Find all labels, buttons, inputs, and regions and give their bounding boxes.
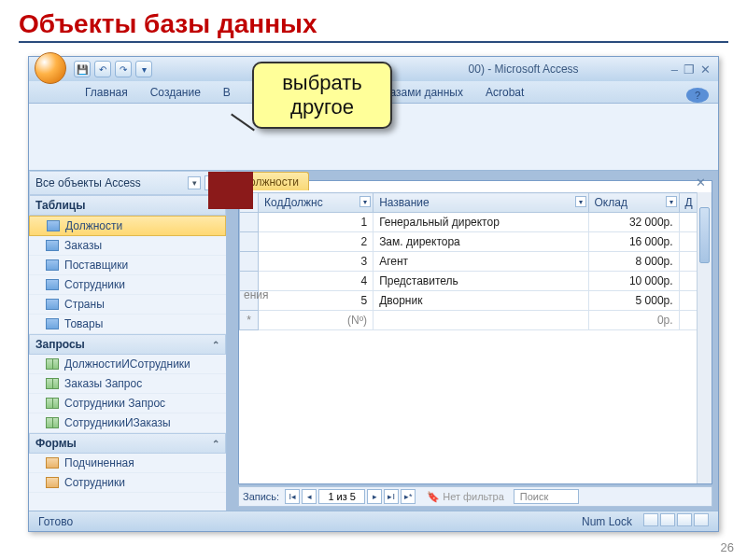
table-icon — [46, 318, 59, 329]
nav-item[interactable]: Сотрудники Запрос — [29, 394, 226, 413]
query-icon — [46, 417, 59, 428]
table-row[interactable]: 2Зам. директора16 000р. — [240, 232, 712, 252]
recnav-prev-icon[interactable]: ◂ — [302, 489, 317, 504]
column-header[interactable]: Оклад▾ — [588, 193, 679, 213]
recnav-label: Запись: — [243, 491, 279, 502]
recnav-next-icon[interactable]: ▸ — [367, 489, 382, 504]
recnav-new-icon[interactable]: ▸* — [401, 489, 416, 504]
nav-dropdown-icon[interactable]: ▾ — [188, 176, 201, 189]
tab-acrobat[interactable]: Acrobat — [474, 82, 535, 103]
view-switcher[interactable] — [641, 513, 709, 529]
query-icon — [46, 378, 59, 389]
callout: выбрать другое — [252, 62, 392, 129]
table-icon — [46, 279, 59, 290]
document-area: олжности ✕ КодДолжнс▾Название▾Оклад▾Д▾ 1… — [227, 171, 718, 511]
nav-item[interactable]: Должности — [29, 216, 226, 236]
query-icon — [46, 358, 59, 370]
close-button[interactable]: ✕ — [700, 63, 711, 77]
tab-external-partial[interactable]: В — [212, 82, 242, 103]
restore-button[interactable]: ❐ — [684, 63, 695, 77]
nav-header-label: Все объекты Access — [35, 176, 141, 189]
form-icon — [46, 477, 59, 488]
nav-item[interactable]: Товары — [29, 315, 226, 334]
nav-item[interactable]: Заказы Запрос — [29, 374, 226, 394]
nav-header[interactable]: Все объекты Access ▾ « — [29, 171, 226, 195]
column-header[interactable]: Название▾ — [374, 193, 588, 213]
nav-group-таблицы[interactable]: Таблицы⌃ — [29, 195, 226, 216]
slide-title: Объекты базы данных — [0, 0, 747, 41]
record-navigator: Запись: I◂ ◂ ▸ ▸I ▸* 🔖 Нет фильтра Поиск — [238, 486, 712, 507]
title-rule — [19, 41, 728, 43]
numlock-indicator: Num Lock — [582, 515, 632, 528]
nav-item[interactable]: Сотрудники — [29, 275, 226, 295]
nav-item[interactable]: СотрудникиИЗаказы — [29, 413, 226, 433]
recnav-position[interactable] — [318, 489, 365, 504]
table-row[interactable]: 4Представитель10 000р. — [240, 272, 712, 291]
navigation-pane: Все объекты Access ▾ « Таблицы⌃Должности… — [29, 171, 227, 511]
datasheet: олжности ✕ КодДолжнс▾Название▾Оклад▾Д▾ 1… — [238, 180, 712, 484]
recnav-last-icon[interactable]: ▸I — [384, 489, 399, 504]
nav-item[interactable]: Страны — [29, 295, 226, 315]
recnav-search[interactable]: Поиск — [514, 489, 579, 504]
recnav-filter[interactable]: 🔖 Нет фильтра — [427, 491, 504, 503]
new-row[interactable]: *(Nº)0р. — [240, 311, 712, 330]
help-icon[interactable]: ? — [686, 88, 709, 103]
statusbar: Готово Num Lock — [29, 511, 718, 531]
nav-item[interactable]: Поставщики — [29, 256, 226, 275]
page-number: 26 — [721, 540, 734, 554]
window-controls: – ❐ ✕ — [671, 63, 714, 77]
status-text: Готово — [38, 515, 73, 528]
minimize-button[interactable]: – — [671, 63, 678, 77]
qat-dropdown-icon[interactable]: ▾ — [135, 61, 152, 77]
column-dropdown-icon[interactable]: ▾ — [666, 196, 677, 207]
nav-item[interactable]: ДолжностиИСотрудники — [29, 355, 226, 374]
office-button[interactable] — [35, 52, 66, 84]
nav-group-формы[interactable]: Формы⌃ — [29, 433, 226, 454]
table-icon — [46, 240, 59, 251]
qat-save-icon[interactable]: 💾 — [74, 61, 91, 77]
recnav-first-icon[interactable]: I◂ — [285, 489, 300, 504]
table-icon — [46, 299, 59, 310]
red-highlight — [208, 172, 253, 209]
nav-item[interactable]: Подчиненная — [29, 454, 226, 473]
sheet-close-icon[interactable]: ✕ — [696, 175, 706, 189]
vertical-scrollbar[interactable] — [697, 192, 712, 483]
table-row[interactable]: 5Дворник5 000р. — [240, 291, 712, 311]
nav-item[interactable]: Сотрудники — [29, 473, 226, 493]
table-row[interactable]: 3Агент8 000р. — [240, 252, 712, 272]
qat-redo-icon[interactable]: ↷ — [115, 61, 132, 77]
tab-create[interactable]: Создание — [139, 82, 212, 103]
query-icon — [46, 398, 59, 409]
qat-undo-icon[interactable]: ↶ — [94, 61, 111, 77]
column-dropdown-icon[interactable]: ▾ — [575, 196, 586, 207]
data-grid: КодДолжнс▾Название▾Оклад▾Д▾ 1Генеральный… — [239, 192, 712, 483]
table-icon — [47, 220, 60, 231]
quick-access-toolbar: 💾 ↶ ↷ ▾ — [74, 61, 152, 77]
tab-home[interactable]: Главная — [74, 82, 139, 103]
nav-group-запросы[interactable]: Запросы⌃ — [29, 334, 226, 355]
window-title: Фирма : ба 00) - Microsoft Access — [163, 63, 671, 76]
nav-item[interactable]: Заказы — [29, 236, 226, 256]
table-icon — [46, 259, 59, 271]
truncated-text: ения — [244, 288, 269, 301]
column-header[interactable]: КодДолжнс▾ — [259, 193, 374, 213]
form-icon — [46, 457, 59, 469]
column-dropdown-icon[interactable]: ▾ — [359, 196, 371, 207]
table-row[interactable]: 1Генеральный директор32 000р. — [240, 213, 712, 232]
